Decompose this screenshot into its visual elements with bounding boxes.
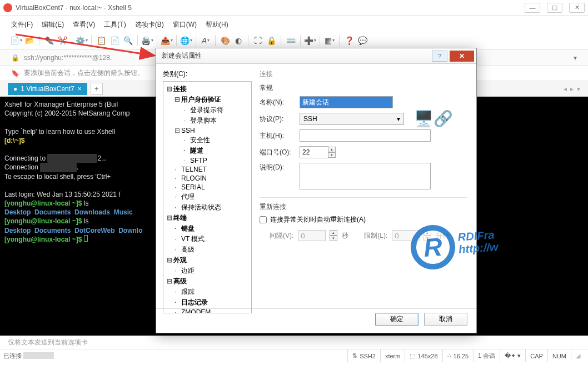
chevron-down-icon: ▾ <box>397 115 400 123</box>
bookmark-icon[interactable]: 🔖 <box>11 69 19 77</box>
status-sessions: 1 会话 <box>473 349 500 362</box>
tree-keyboard[interactable]: ·键盘 <box>165 223 250 234</box>
minimize-button[interactable]: — <box>525 3 540 13</box>
tree-security[interactable]: ·安全性 <box>165 135 250 146</box>
feedback-icon[interactable]: 💬 <box>357 36 367 46</box>
tab-list-icon[interactable]: ▾ <box>577 85 580 93</box>
tree-rlogin[interactable]: ·RLOGIN <box>165 174 250 183</box>
fullscreen-icon[interactable]: ⛶ <box>253 36 263 46</box>
ok-button[interactable]: 确定 <box>375 313 418 326</box>
tab-session-1[interactable]: ● 1 VirtualBoxCent7 × <box>8 83 87 95</box>
find-icon[interactable]: 🔍 <box>123 36 133 46</box>
host-label: 主机(H): <box>260 131 300 141</box>
protocol-select[interactable]: SSH▾ <box>300 113 404 125</box>
open-icon[interactable]: 📂 <box>24 36 34 46</box>
status-connected: 已连接 xxxxxxxxxx <box>3 352 54 360</box>
description-input[interactable] <box>300 163 431 189</box>
tab-close-icon[interactable]: × <box>78 85 82 93</box>
menu-tools[interactable]: 工具(T) <box>104 20 126 29</box>
tile-icon[interactable]: ▦ <box>325 36 335 46</box>
auto-reconnect-label: 连接异常关闭时自动重新连接(A) <box>270 215 366 224</box>
compose-bar[interactable]: 仅将文本发送到当前选项卡 <box>0 336 588 349</box>
font-icon[interactable]: A <box>201 36 211 46</box>
menu-edit[interactable]: 编辑(E) <box>42 20 64 29</box>
tree-keepalive[interactable]: ·保持活动状态 <box>165 202 250 213</box>
globe-icon[interactable]: 🌐 <box>181 36 191 46</box>
tree-margin[interactable]: ·边距 <box>165 266 250 276</box>
interval-input[interactable] <box>298 230 326 241</box>
add-icon[interactable]: ➕ <box>305 36 315 46</box>
limit-spinner[interactable]: ▴▾ <box>423 230 431 241</box>
name-input[interactable] <box>300 96 393 108</box>
tree-serial[interactable]: ·SERIAL <box>165 183 250 192</box>
menu-file[interactable]: 文件(F) <box>11 20 33 29</box>
dialog-close-button[interactable]: ✕ <box>450 51 474 62</box>
status-cap: CAP <box>525 349 547 362</box>
menu-view[interactable]: 查看(V) <box>73 20 95 29</box>
tree-auth[interactable]: ⊟用户身份验证 <box>165 94 250 105</box>
keyboard-icon[interactable]: ⌨️ <box>286 36 296 46</box>
reconnect-icon[interactable]: ✒️ <box>44 36 54 46</box>
print-icon[interactable]: 🖨️ <box>142 36 152 46</box>
tree-zmodem[interactable]: ·ZMODEM <box>165 308 250 313</box>
tab-next-icon[interactable]: ▸ <box>570 85 574 93</box>
tree-telnet[interactable]: ·TELNET <box>165 165 250 174</box>
menu-help[interactable]: 帮助(H) <box>206 20 228 29</box>
tree-login-script[interactable]: ·登录脚本 <box>165 116 250 126</box>
tab-prev-icon[interactable]: ◂ <box>564 85 567 93</box>
host-input[interactable] <box>300 129 431 142</box>
status-resize-icon[interactable]: ◢ <box>571 349 585 362</box>
new-session-icon[interactable]: 📄 <box>11 36 21 46</box>
transfer-icon[interactable]: 📤 <box>162 36 172 46</box>
disconnect-icon[interactable]: ✂️ <box>57 36 67 46</box>
app-icon <box>3 3 12 12</box>
color-icon[interactable]: 🎨 <box>220 36 230 46</box>
tree-tunnel[interactable]: ·隧道 <box>165 146 250 156</box>
menu-window[interactable]: 窗口(W) <box>173 20 197 29</box>
tree-term-advanced[interactable]: ·高级 <box>165 244 250 255</box>
copy-icon[interactable]: 📋 <box>96 36 106 46</box>
port-spinner[interactable]: ▴▾ <box>328 147 336 158</box>
dialog-help-button[interactable]: ? <box>432 51 447 62</box>
protocol-label: 协议(P): <box>260 114 300 124</box>
auto-reconnect-checkbox[interactable] <box>260 216 267 223</box>
tab-add-button[interactable]: + <box>91 83 103 95</box>
compose-hint: 仅将文本发送到当前选项卡 <box>8 338 88 347</box>
tab-nav: ◂ ▸ ▾ <box>564 85 580 93</box>
interval-spinner[interactable]: ▴▾ <box>330 230 337 241</box>
properties-icon[interactable]: ⚙️ <box>77 36 87 46</box>
theme-icon[interactable]: ◐ <box>233 36 243 46</box>
status-size: ⬚ 145x28 <box>405 349 442 362</box>
tree-login-prompt[interactable]: ·登录提示符 <box>165 105 250 116</box>
address-text: ssh://yonghu:***********@128. <box>24 54 112 62</box>
menu-tab[interactable]: 选项卡(B) <box>135 20 164 29</box>
close-button[interactable]: ✕ <box>569 3 585 13</box>
limit-input[interactable] <box>392 230 420 241</box>
tree-vt[interactable]: ·VT 模式 <box>165 234 250 244</box>
lock-toolbar-icon[interactable]: 🔒 <box>266 36 276 46</box>
tree-sftp[interactable]: ·SFTP <box>165 156 250 165</box>
address-dropdown-icon[interactable]: ▾ <box>574 54 577 62</box>
window-titlebar: VirtualBoxCent7 - nux-local:~ - Xshell 5… <box>0 0 588 16</box>
limit-label: 限制(L): <box>364 231 387 241</box>
dialog-titlebar[interactable]: 新建会话属性 ? ✕ <box>156 48 476 64</box>
tree-trace[interactable]: ·跟踪 <box>165 287 250 297</box>
menubar: 文件(F) 编辑(E) 查看(V) 工具(T) 选项卡(B) 窗口(W) 帮助(… <box>0 18 588 31</box>
toolbar: 📄 📂 ✒️ ✂️ ⚙️ 📋 📄 🔍 🖨️ 📤 🌐 A 🎨 ◐ ⛶ 🔒 ⌨️ ➕… <box>0 31 588 50</box>
tree-log[interactable]: ·日志记录 <box>165 297 250 308</box>
status-num: NUM <box>547 349 571 362</box>
paste-icon[interactable]: 📄 <box>109 36 119 46</box>
lock-icon: 🔒 <box>11 54 19 62</box>
tree-advanced[interactable]: ⊟高级 <box>165 276 250 287</box>
category-tree[interactable]: ⊟连接 ⊟用户身份验证 ·登录提示符 ·登录脚本 ⊟SSH ·安全性 ·隧道 ·… <box>163 81 252 313</box>
tree-connection[interactable]: ⊟连接 <box>165 84 250 94</box>
cancel-button[interactable]: 取消 <box>424 313 467 326</box>
tree-terminal[interactable]: ⊟终端 <box>165 213 250 223</box>
tree-appearance[interactable]: ⊟外观 <box>165 255 250 266</box>
tree-ssh[interactable]: ⊟SSH <box>165 126 250 135</box>
maximize-button[interactable]: ▢ <box>547 3 562 13</box>
status-nav[interactable]: �✦ ▾ <box>500 349 525 362</box>
help-icon[interactable]: ❓ <box>344 36 354 46</box>
port-input[interactable] <box>300 146 328 158</box>
tree-proxy[interactable]: ·代理 <box>165 192 250 202</box>
